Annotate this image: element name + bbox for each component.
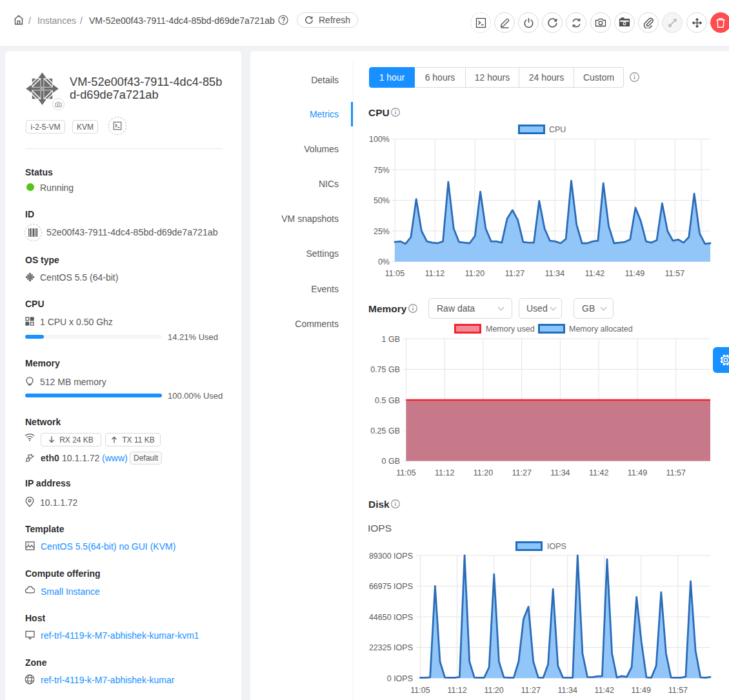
svg-text:11:27: 11:27 — [505, 269, 524, 278]
svg-text:11:42: 11:42 — [585, 269, 604, 278]
svg-text:11:34: 11:34 — [545, 269, 564, 278]
svg-text:11:05: 11:05 — [410, 686, 430, 695]
svg-text:11:49: 11:49 — [628, 468, 647, 477]
svg-text:11:20: 11:20 — [474, 468, 493, 477]
svg-text:0.75 GB: 0.75 GB — [370, 365, 400, 374]
svg-text:11:42: 11:42 — [589, 468, 608, 477]
svg-text:11:57: 11:57 — [665, 269, 684, 278]
svg-text:11:34: 11:34 — [550, 468, 570, 477]
svg-text:66975 IOPS: 66975 IOPS — [369, 582, 413, 591]
svg-text:11:20: 11:20 — [484, 686, 503, 695]
svg-text:11:57: 11:57 — [668, 686, 688, 695]
svg-text:11:20: 11:20 — [465, 269, 484, 278]
svg-text:100%: 100% — [369, 135, 390, 144]
svg-text:0.5 GB: 0.5 GB — [375, 396, 400, 405]
svg-text:11:49: 11:49 — [632, 686, 651, 695]
svg-text:0.25 GB: 0.25 GB — [370, 426, 400, 435]
svg-text:50%: 50% — [374, 196, 390, 205]
svg-text:0 GB: 0 GB — [382, 457, 401, 466]
svg-text:1 GB: 1 GB — [382, 335, 401, 344]
svg-text:11:42: 11:42 — [595, 686, 614, 695]
svg-text:22325 IOPS: 22325 IOPS — [369, 643, 413, 652]
svg-text:11:05: 11:05 — [385, 269, 404, 278]
svg-text:11:34: 11:34 — [558, 686, 577, 695]
svg-text:11:57: 11:57 — [666, 468, 686, 477]
svg-text:0 IOPS: 0 IOPS — [387, 674, 413, 683]
svg-text:11:27: 11:27 — [521, 686, 541, 695]
svg-text:11:12: 11:12 — [435, 468, 454, 477]
svg-text:11:05: 11:05 — [396, 468, 415, 477]
svg-text:0%: 0% — [378, 257, 390, 266]
svg-text:11:12: 11:12 — [447, 686, 466, 695]
svg-text:89300 IOPS: 89300 IOPS — [369, 552, 413, 561]
svg-text:11:49: 11:49 — [625, 269, 644, 278]
svg-text:75%: 75% — [374, 166, 390, 175]
svg-text:11:27: 11:27 — [512, 468, 532, 477]
svg-text:25%: 25% — [374, 227, 390, 236]
svg-text:11:12: 11:12 — [425, 269, 444, 278]
svg-text:44650 IOPS: 44650 IOPS — [369, 613, 413, 622]
